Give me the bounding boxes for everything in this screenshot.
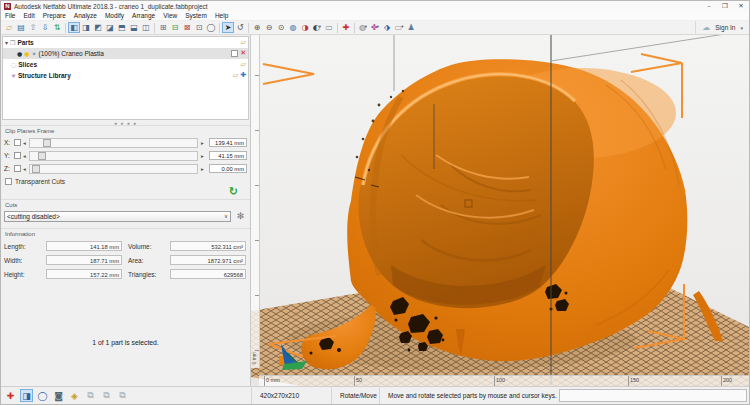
cutting-mode-dropdown[interactable]: <cutting disabled> ∨	[4, 211, 231, 222]
tool-c-icon[interactable]: ⧉	[116, 389, 129, 402]
tree-row-label: Parts	[17, 39, 33, 46]
shading-mode-icon[interactable]: ◐▾	[311, 22, 323, 33]
repair-part-icon[interactable]: ✚	[340, 22, 352, 33]
view-iso-icon[interactable]: ◧	[68, 22, 80, 33]
tree-row[interactable]: ✳Structure Library▱✚	[3, 70, 248, 81]
menu-item-file[interactable]: File	[1, 11, 19, 20]
select-box-icon[interactable]: ⊡	[193, 22, 205, 33]
clip-y-slider[interactable]	[29, 151, 198, 161]
clip-x-value-field[interactable]: 139.41 mm	[209, 138, 247, 147]
rotate-view-icon[interactable]: ↺	[234, 22, 246, 33]
clip-z-slider[interactable]	[29, 164, 198, 174]
sign-in-caret-icon[interactable]: ▾	[740, 25, 743, 31]
slice-preview-icon[interactable]: ◯	[36, 389, 49, 402]
menu-item-view[interactable]: View	[159, 11, 181, 20]
slices-folder-icon[interactable]: ▱	[241, 61, 246, 68]
view-back-icon[interactable]: ◩	[92, 22, 104, 33]
scene-canvas[interactable]	[251, 35, 749, 386]
menu-item-prepare[interactable]: Prepare	[39, 11, 70, 20]
part-visible-checkbox[interactable]	[231, 50, 238, 57]
import-part-icon[interactable]: ⇩	[39, 22, 51, 33]
repair-center-icon[interactable]: ◙	[52, 389, 65, 402]
label-icon[interactable]: ▭▾	[393, 22, 405, 33]
account-part-icon[interactable]: ♟	[405, 22, 417, 33]
structures-folder-icon[interactable]: ▱	[233, 72, 238, 79]
slider-left-arrow[interactable]: ◂	[21, 153, 28, 159]
minimize-button[interactable]: –	[701, 1, 717, 11]
view-right-icon[interactable]: ⬒	[116, 22, 128, 33]
toggle-errors-icon[interactable]: ◑	[299, 22, 311, 33]
horizontal-ruler: 0 mm50100150200	[259, 375, 749, 386]
export-part-icon[interactable]: ⇧	[27, 22, 39, 33]
show-platform-icon[interactable]: ◍	[287, 22, 299, 33]
select-none-icon[interactable]: ⊟	[169, 22, 181, 33]
structure-library-icon[interactable]: ✳	[11, 73, 16, 79]
clip-z-value-field[interactable]: 0.00 mm	[209, 164, 247, 173]
select-all-icon[interactable]: ⊞	[157, 22, 169, 33]
zoom-in-icon[interactable]: ⊕	[251, 22, 263, 33]
zoom-out-icon[interactable]: ⊖	[263, 22, 275, 33]
tree-row[interactable]: ▾❒Parts▱	[3, 37, 248, 48]
expander-icon[interactable]: ▾	[5, 40, 8, 46]
transparent-cuts-checkbox[interactable]	[5, 178, 12, 185]
slices-icon[interactable]: ◌	[11, 62, 16, 68]
clip-z-checkbox[interactable]	[14, 165, 21, 172]
slider-thumb[interactable]	[32, 165, 40, 173]
clip-y-checkbox[interactable]	[14, 152, 21, 159]
invert-selection-icon[interactable]: ⊠	[181, 22, 193, 33]
delete-part-icon[interactable]: ✕	[240, 50, 246, 57]
menu-item-edit[interactable]: Edit	[19, 11, 38, 20]
menu-item-system[interactable]: System	[181, 11, 211, 20]
slider-thumb[interactable]	[43, 139, 51, 147]
measure-icon[interactable]: ▭	[323, 22, 335, 33]
zoom-fit-icon[interactable]: ⊙	[275, 22, 287, 33]
warnings-icon[interactable]: ◈	[68, 389, 81, 402]
parts-box-icon[interactable]: ❒	[10, 40, 15, 46]
clip-x-slider[interactable]	[29, 138, 198, 148]
slider-right-arrow[interactable]: ▸	[199, 166, 206, 172]
analyse-icon[interactable]: ◍▾	[357, 22, 369, 33]
sign-in-button[interactable]: Sign In	[715, 24, 735, 31]
cut-settings-icon[interactable]: ✻	[234, 210, 247, 222]
view-left-icon[interactable]: ◪	[104, 22, 116, 33]
clip-x-checkbox[interactable]	[14, 139, 21, 146]
sign-in-area[interactable]: ☁Sign In▾	[695, 21, 749, 34]
paint-icon[interactable]: ⬗	[381, 22, 393, 33]
slider-left-arrow[interactable]: ◂	[21, 140, 28, 146]
maximize-button[interactable]: ❐	[717, 1, 733, 11]
part-sphere-icon[interactable]: ●	[17, 51, 22, 57]
clip-y-value-field[interactable]: 41.15 mm	[209, 151, 247, 160]
menu-item-help[interactable]: Help	[211, 11, 232, 20]
info-value: 187.71 mm	[46, 255, 122, 265]
view-bottom-icon[interactable]: ◫	[140, 22, 152, 33]
save-project-icon[interactable]: ▤	[15, 22, 27, 33]
part-status-icon[interactable]: ✦	[32, 51, 37, 57]
tool-b-icon[interactable]: ⧉	[100, 389, 113, 402]
color-tools-icon[interactable]: ✤▾	[369, 22, 381, 33]
open-project-icon[interactable]: ▱	[3, 22, 15, 33]
slider-right-arrow[interactable]: ▸	[199, 140, 206, 146]
visibility-bulb-icon[interactable]: ●	[24, 51, 29, 57]
slider-right-arrow[interactable]: ▸	[199, 153, 206, 159]
tool-a-icon[interactable]: ⧉	[84, 389, 97, 402]
platform-view-icon[interactable]: ◨	[20, 389, 33, 402]
viewport-3d[interactable]: 0 mm 0 mm50100150200	[251, 35, 749, 386]
menu-item-arrange[interactable]: Arrange	[128, 11, 159, 20]
parts-folder-icon[interactable]: ▱	[241, 39, 246, 46]
clip-plane-row-y: Y:◂▸41.15 mm	[4, 149, 247, 162]
add-structure-icon[interactable]: ✚	[240, 72, 246, 79]
tree-row[interactable]: ◌Slices▱	[3, 59, 248, 70]
menu-item-analyze[interactable]: Analyze	[70, 11, 101, 20]
close-button[interactable]: ✕	[733, 1, 749, 11]
tree-row[interactable]: ●●✦(100%) Craneo Plastia✕	[3, 48, 248, 59]
sync-save-icon[interactable]: ⇅	[51, 22, 63, 33]
slider-thumb[interactable]	[38, 152, 46, 160]
view-front-icon[interactable]: ◨	[80, 22, 92, 33]
add-part-icon[interactable]: ✚	[4, 389, 17, 402]
menu-item-modify[interactable]: Modify	[101, 11, 128, 20]
view-top-icon[interactable]: ⬓	[128, 22, 140, 33]
slider-left-arrow[interactable]: ◂	[21, 166, 28, 172]
refresh-clip-icon[interactable]: ↻	[229, 186, 238, 197]
cursor-select-icon[interactable]: ➤	[222, 22, 234, 33]
zoom-to-selection-icon[interactable]: ◯	[205, 22, 217, 33]
